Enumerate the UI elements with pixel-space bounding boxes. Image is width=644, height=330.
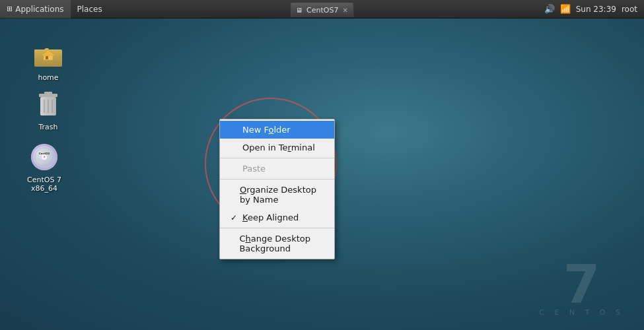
menu-item-paste-label: Paste bbox=[242, 164, 266, 174]
menu-item-keep-aligned-label: Keep Aligned bbox=[242, 213, 299, 222]
network-icon[interactable]: 📶 bbox=[560, 4, 571, 14]
menu-item-new-folder[interactable]: New Folder bbox=[220, 121, 334, 139]
places-label: Places bbox=[77, 5, 102, 14]
applications-menu[interactable]: ⊞ Applications bbox=[0, 0, 71, 18]
dvd-icon-image: CentOS 7 bbox=[28, 141, 60, 173]
watermark-text: C E N T O S bbox=[539, 308, 624, 317]
window-tab-centos[interactable]: 🖥 CentOS7 ✕ bbox=[290, 3, 354, 17]
centos-icon-small: 🖥 bbox=[296, 7, 303, 14]
checkmark-keep-aligned: ✓ bbox=[231, 213, 240, 222]
menu-separator-1 bbox=[220, 158, 334, 158]
menu-item-open-terminal-label: Open in Terminal bbox=[242, 143, 315, 152]
svg-rect-4 bbox=[46, 56, 48, 59]
menu-separator-2 bbox=[220, 179, 334, 180]
dvd-icon-label: CentOS 7 x86_64 bbox=[17, 176, 71, 193]
desktop-icon-trash[interactable]: Trash bbox=[18, 86, 78, 134]
trash-icon-image bbox=[32, 88, 64, 120]
watermark-number: 7 bbox=[539, 261, 624, 308]
taskbar-right: 🔊 📶 Sun 23:39 root bbox=[544, 4, 644, 14]
menu-item-open-terminal[interactable]: Open in Terminal bbox=[220, 139, 334, 156]
menu-item-change-bg-label: Change Desktop Background bbox=[239, 234, 324, 253]
user-label: root bbox=[622, 5, 637, 14]
places-menu[interactable]: Places bbox=[71, 0, 109, 18]
home-icon-image bbox=[32, 39, 64, 71]
applications-icon: ⊞ bbox=[7, 5, 13, 13]
menu-item-organize[interactable]: Organize Desktop by Name bbox=[220, 181, 334, 209]
svg-text:CentOS: CentOS bbox=[39, 152, 50, 155]
menu-item-organize-label: Organize Desktop by Name bbox=[240, 185, 324, 205]
taskbar: ⊞ Applications Places 🖥 CentOS7 ✕ 🔊 📶 Su… bbox=[0, 0, 644, 18]
home-icon-label: home bbox=[38, 73, 58, 82]
clock: Sun 23:39 bbox=[576, 5, 616, 14]
svg-text:7: 7 bbox=[44, 156, 45, 158]
menu-item-new-folder-label: New Folder bbox=[242, 125, 291, 135]
desktop[interactable]: ⊞ Applications Places 🖥 CentOS7 ✕ 🔊 📶 Su… bbox=[0, 0, 644, 330]
context-menu: New Folder Open in Terminal Paste Organi… bbox=[219, 119, 335, 259]
taskbar-center: 🖥 CentOS7 ✕ bbox=[290, 1, 354, 17]
applications-label: Applications bbox=[15, 5, 63, 14]
svg-rect-6 bbox=[44, 92, 52, 94]
close-icon[interactable]: ✕ bbox=[342, 7, 347, 14]
desktop-icon-dvd[interactable]: CentOS 7 CentOS 7 x86_64 bbox=[15, 139, 74, 195]
menu-item-paste: Paste bbox=[220, 160, 334, 178]
menu-separator-3 bbox=[220, 228, 334, 228]
trash-icon-label: Trash bbox=[38, 123, 57, 131]
centos-watermark: 7 C E N T O S bbox=[539, 261, 624, 317]
sound-icon[interactable]: 🔊 bbox=[544, 4, 555, 14]
taskbar-left: ⊞ Applications Places bbox=[0, 0, 109, 18]
menu-item-keep-aligned[interactable]: ✓ Keep Aligned bbox=[220, 209, 334, 226]
window-tab-label: CentOS7 bbox=[306, 6, 338, 15]
desktop-icon-home[interactable]: home bbox=[18, 36, 78, 84]
menu-item-change-bg[interactable]: Change Desktop Background bbox=[220, 230, 334, 257]
